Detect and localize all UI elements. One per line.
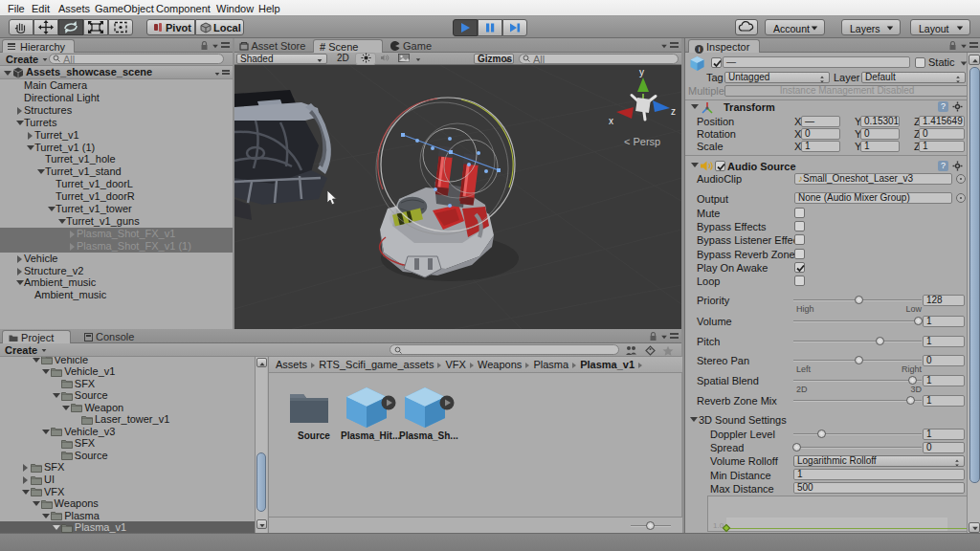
svg-text:z: z	[671, 106, 676, 117]
svg-text:y: y	[639, 67, 644, 77]
svg-text:x: x	[609, 116, 613, 126]
svg-text:< Persp: < Persp	[624, 136, 660, 147]
